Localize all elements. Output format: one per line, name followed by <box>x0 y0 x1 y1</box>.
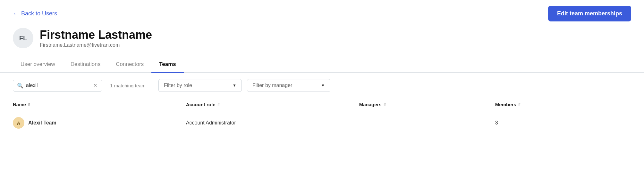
top-bar: ← Back to Users Edit team memberships <box>0 0 644 25</box>
search-input[interactable] <box>26 83 90 88</box>
column-header-members[interactable]: Members ⇵ <box>495 97 631 112</box>
cell-managers <box>359 112 495 134</box>
column-header-managers[interactable]: Managers ⇵ <box>359 97 495 112</box>
filter-by-manager-dropdown[interactable]: Filter by manager ▼ <box>247 79 330 92</box>
avatar: FL <box>13 28 33 48</box>
user-name: Firstname Lastname <box>40 28 152 41</box>
tab-user-overview[interactable]: User overview <box>13 58 63 73</box>
table-row: A Alexil Team Account Administrator 3 <box>13 112 631 134</box>
filter-by-role-dropdown[interactable]: Filter by role ▼ <box>158 79 242 92</box>
back-to-users-link[interactable]: ← Back to Users <box>13 10 57 17</box>
user-email: Firstname.Lastname@fivetran.com <box>40 42 152 48</box>
tab-connectors[interactable]: Connectors <box>108 58 151 73</box>
tab-teams[interactable]: Teams <box>151 58 184 73</box>
edit-team-memberships-button[interactable]: Edit team memberships <box>548 6 631 21</box>
sort-icon-role: ⇵ <box>217 103 220 106</box>
team-avatar: A <box>13 117 24 129</box>
search-box: 🔍 ✕ <box>13 80 102 92</box>
tabs: User overview Destinations Connectors Te… <box>0 51 644 73</box>
cell-team-name: A Alexil Team <box>13 112 186 134</box>
user-details: Firstname Lastname Firstname.Lastname@fi… <box>40 28 152 48</box>
cell-account-role: Account Administrator <box>186 112 359 134</box>
clear-search-button[interactable]: ✕ <box>93 83 98 88</box>
teams-table: Name ⇵ Account role ⇵ Managers ⇵ <box>13 97 631 134</box>
back-to-users-label: Back to Users <box>21 10 57 17</box>
sort-icon-members: ⇵ <box>518 103 521 106</box>
sort-icon-name: ⇵ <box>28 103 30 106</box>
filter-by-role-label: Filter by role <box>164 83 192 88</box>
cell-members: 3 <box>495 112 631 134</box>
chevron-down-icon-2: ▼ <box>321 83 325 88</box>
column-header-name[interactable]: Name ⇵ <box>13 97 186 112</box>
filter-by-manager-label: Filter by manager <box>252 83 292 88</box>
match-count: 1 matching team <box>102 83 153 88</box>
column-header-account-role[interactable]: Account role ⇵ <box>186 97 359 112</box>
table-header-row: Name ⇵ Account role ⇵ Managers ⇵ <box>13 97 631 112</box>
user-info: FL Firstname Lastname Firstname.Lastname… <box>0 25 644 48</box>
sort-icon-managers: ⇵ <box>383 103 386 106</box>
search-icon: 🔍 <box>17 83 23 89</box>
table-wrap: Name ⇵ Account role ⇵ Managers ⇵ <box>0 97 644 134</box>
chevron-down-icon: ▼ <box>233 83 236 88</box>
tab-destinations[interactable]: Destinations <box>63 58 108 73</box>
team-name-text: Alexil Team <box>28 120 56 126</box>
back-arrow-icon: ← <box>13 10 19 17</box>
page: ← Back to Users Edit team memberships FL… <box>0 0 644 192</box>
filter-row: 🔍 ✕ 1 matching team Filter by role ▼ Fil… <box>0 73 644 97</box>
